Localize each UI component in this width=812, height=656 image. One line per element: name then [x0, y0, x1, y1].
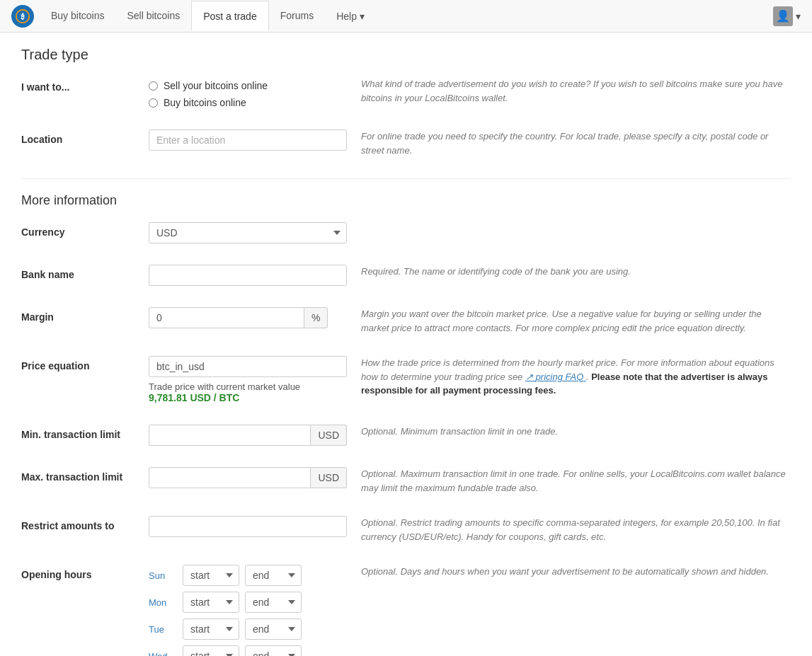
more-info-title: More information	[21, 193, 791, 208]
min-transaction-input[interactable]	[149, 425, 311, 446]
external-link-icon: ↗	[525, 372, 533, 382]
price-equation-row: Price equation Trade price with current …	[21, 356, 791, 410]
pricing-faq-link[interactable]: ↗ pricing FAQ	[525, 372, 586, 382]
margin-label: Margin	[21, 307, 149, 323]
currency-control: USD EUR GBP JPY CNY	[149, 222, 347, 243]
location-hint: For online trade you need to specify the…	[361, 130, 791, 157]
oh-end-sun[interactable]: end	[245, 565, 302, 586]
oh-row-tue: Tue start end	[149, 618, 347, 640]
bank-name-input[interactable]	[149, 265, 347, 286]
oh-start-mon[interactable]: start	[183, 592, 239, 613]
location-row: Location For online trade you need to sp…	[21, 130, 791, 164]
bank-name-hint: Required. The name or identifying code o…	[361, 265, 791, 279]
oh-day-mon: Mon	[149, 597, 177, 608]
i-want-to-label: I want to...	[21, 77, 149, 93]
price-eq-info: Trade price with current market value 9,…	[149, 381, 347, 403]
oh-day-sun: Sun	[149, 570, 177, 581]
min-transaction-row: Min. transaction limit USD Optional. Min…	[21, 425, 791, 453]
location-label: Location	[21, 130, 149, 145]
sell-option[interactable]: Sell your bitcoins online	[149, 80, 347, 91]
oh-row-sun: Sun start end	[149, 565, 347, 586]
margin-control: %	[149, 307, 347, 328]
margin-input[interactable]	[149, 307, 304, 328]
restrict-amounts-input[interactable]	[149, 516, 347, 537]
nav-buy-bitcoins[interactable]: Buy bitcoins	[40, 1, 115, 31]
currency-label: Currency	[21, 222, 149, 238]
avatar-icon: 👤	[773, 6, 793, 26]
margin-input-wrap: %	[149, 307, 347, 328]
oh-row-mon: Mon start end	[149, 592, 347, 613]
opening-hours-row: Opening hours Sun start end Mon start en…	[21, 565, 791, 656]
trade-price-label: Trade price with current market value	[149, 381, 300, 392]
restrict-amounts-control	[149, 516, 347, 537]
price-equation-label: Price equation	[21, 356, 149, 372]
location-control	[149, 130, 347, 151]
location-input[interactable]	[149, 130, 347, 151]
oh-day-wed: Wed	[149, 651, 177, 657]
chevron-down-icon: ▾	[796, 11, 801, 22]
nav-help[interactable]: Help ▾	[325, 1, 376, 31]
currency-select[interactable]: USD EUR GBP JPY CNY	[149, 222, 347, 243]
oh-end-tue[interactable]: end	[245, 618, 302, 640]
oh-end-mon[interactable]: end	[245, 592, 302, 613]
nav-links: Buy bitcoins Sell bitcoins Post a trade …	[40, 1, 376, 31]
bank-name-label: Bank name	[21, 265, 149, 280]
chevron-down-icon: ▾	[360, 11, 365, 22]
min-transaction-suffix: USD	[311, 425, 347, 446]
price-equation-control: Trade price with current market value 9,…	[149, 356, 347, 403]
nav-post-trade[interactable]: Post a trade	[191, 1, 269, 31]
restrict-amounts-label: Restrict amounts to	[21, 516, 149, 531]
max-transaction-input[interactable]	[149, 467, 311, 488]
restrict-amounts-hint: Optional. Restrict trading amounts to sp…	[361, 516, 791, 543]
price-equation-input[interactable]	[149, 356, 347, 377]
price-equation-hint: How the trade price is determined from t…	[361, 356, 791, 398]
navbar: ₿ Buy bitcoins Sell bitcoins Post a trad…	[0, 0, 812, 33]
max-transaction-suffix: USD	[311, 467, 347, 488]
currency-row: Currency USD EUR GBP JPY CNY	[21, 222, 791, 251]
max-transaction-hint: Optional. Maximum transaction limit in o…	[361, 467, 791, 495]
sell-radio[interactable]	[149, 81, 158, 91]
nav-forums[interactable]: Forums	[269, 1, 325, 31]
opening-hours-hint: Optional. Days and hours when you want y…	[361, 565, 791, 579]
sell-option-label: Sell your bitcoins online	[164, 80, 268, 91]
site-logo: ₿	[11, 5, 34, 28]
buy-radio[interactable]	[149, 98, 158, 108]
margin-hint: Margin you want over the bitcoin market …	[361, 307, 791, 335]
oh-day-tue: Tue	[149, 624, 177, 635]
i-want-to-row: I want to... Sell your bitcoins online B…	[21, 77, 791, 115]
svg-text:₿: ₿	[21, 13, 25, 21]
max-transaction-control: USD	[149, 467, 347, 488]
oh-start-wed[interactable]: start	[183, 645, 239, 656]
oh-start-sun[interactable]: start	[183, 565, 239, 586]
oh-row-wed: Wed start end	[149, 645, 347, 656]
i-want-to-options: Sell your bitcoins online Buy bitcoins o…	[149, 77, 347, 108]
opening-hours-control: Sun start end Mon start end Tue start en…	[149, 565, 347, 656]
section-divider	[21, 178, 791, 179]
opening-hours-days: Sun start end Mon start end Tue start en…	[149, 565, 347, 656]
restrict-amounts-row: Restrict amounts to Optional. Restrict t…	[21, 516, 791, 551]
i-want-to-hint: What kind of trade advertisement do you …	[361, 77, 791, 105]
trade-type-radio-group: Sell your bitcoins online Buy bitcoins o…	[149, 77, 347, 108]
main-content: Trade type I want to... Sell your bitcoi…	[0, 33, 812, 656]
opening-hours-label: Opening hours	[21, 565, 149, 580]
nav-sell-bitcoins[interactable]: Sell bitcoins	[115, 1, 191, 31]
min-transaction-control: USD	[149, 425, 347, 446]
min-transaction-wrap: USD	[149, 425, 347, 446]
bank-name-control	[149, 265, 347, 286]
min-transaction-hint: Optional. Minimum transaction limit in o…	[361, 425, 791, 439]
user-menu[interactable]: 👤 ▾	[773, 6, 801, 26]
max-transaction-label: Max. transaction limit	[21, 467, 149, 483]
oh-start-tue[interactable]: start	[183, 618, 239, 640]
margin-suffix: %	[304, 307, 328, 328]
oh-end-wed[interactable]: end	[245, 645, 302, 656]
buy-option[interactable]: Buy bitcoins online	[149, 97, 347, 108]
bank-name-row: Bank name Required. The name or identify…	[21, 265, 791, 293]
min-transaction-label: Min. transaction limit	[21, 425, 149, 440]
margin-row: Margin % Margin you want over the bitcoi…	[21, 307, 791, 342]
price-value: 9,781.81 USD / BTC	[149, 392, 239, 403]
max-transaction-row: Max. transaction limit USD Optional. Max…	[21, 467, 791, 502]
buy-option-label: Buy bitcoins online	[164, 97, 246, 108]
max-transaction-wrap: USD	[149, 467, 347, 488]
page-title: Trade type	[21, 47, 791, 63]
